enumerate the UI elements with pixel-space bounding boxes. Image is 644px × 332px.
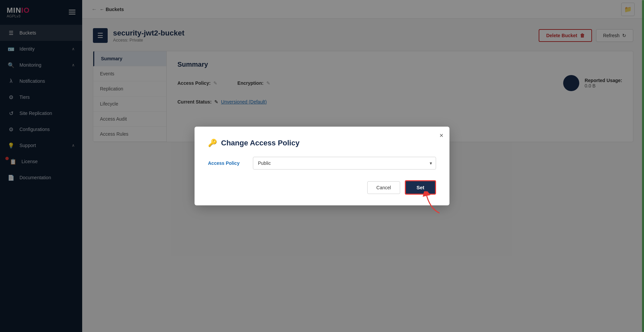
set-button[interactable]: Set xyxy=(405,180,436,195)
set-button-wrapper: Set xyxy=(405,180,436,195)
access-policy-field-row: Access Policy Private Public Custom ▾ xyxy=(208,157,436,170)
access-policy-field-label: Access Policy xyxy=(208,160,245,166)
change-access-policy-dialog: × 🔑 Change Access Policy Access Policy P… xyxy=(195,127,449,205)
cancel-button[interactable]: Cancel xyxy=(367,181,400,194)
dialog-actions: Cancel Set xyxy=(208,180,436,195)
key-icon: 🔑 xyxy=(208,139,217,147)
modal-overlay: × 🔑 Change Access Policy Access Policy P… xyxy=(0,0,644,332)
access-policy-select[interactable]: Private Public Custom xyxy=(253,157,436,170)
access-policy-select-wrapper: Private Public Custom ▾ xyxy=(253,157,436,170)
annotation-arrow xyxy=(423,191,443,215)
close-dialog-button[interactable]: × xyxy=(439,132,443,139)
dialog-title: 🔑 Change Access Policy xyxy=(208,139,436,147)
